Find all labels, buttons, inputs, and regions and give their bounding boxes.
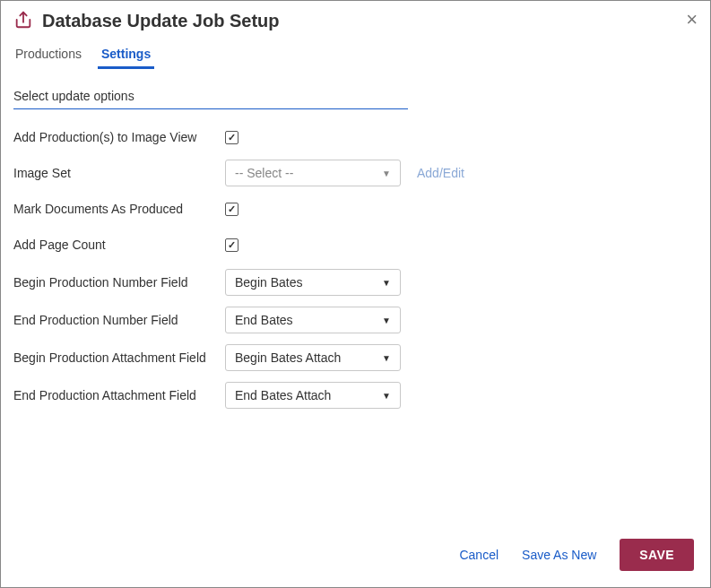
select-end-prod-number-value: End Bates [235, 313, 293, 327]
select-end-prod-attach[interactable]: End Bates Attach ▼ [225, 382, 401, 409]
tab-productions[interactable]: Productions [13, 41, 83, 68]
select-image-set-value: -- Select -- [235, 166, 293, 180]
label-add-production-image-view: Add Production(s) to Image View [13, 130, 225, 144]
dialog-footer: Cancel Save As New SAVE [1, 526, 710, 587]
chevron-down-icon: ▼ [382, 391, 391, 401]
tabs: Productions Settings [1, 41, 710, 69]
section-title: Select update options [13, 89, 408, 109]
label-mark-docs-produced: Mark Documents As Produced [13, 202, 225, 216]
checkbox-mark-docs-produced[interactable] [225, 203, 238, 216]
chevron-down-icon: ▼ [382, 278, 391, 288]
row-begin-prod-attach: Begin Production Attachment Field Begin … [13, 342, 698, 373]
label-begin-prod-number: Begin Production Number Field [13, 275, 225, 290]
row-mark-docs-produced: Mark Documents As Produced [13, 194, 698, 224]
label-image-set: Image Set [13, 166, 225, 180]
label-begin-prod-attach: Begin Production Attachment Field [13, 350, 225, 365]
row-add-production-image-view: Add Production(s) to Image View [13, 122, 698, 152]
chevron-down-icon: ▼ [382, 169, 391, 178]
select-image-set[interactable]: -- Select -- ▼ [225, 160, 401, 186]
select-begin-prod-attach-value: Begin Bates Attach [235, 350, 341, 365]
select-begin-prod-attach[interactable]: Begin Bates Attach ▼ [225, 344, 401, 371]
dialog-body: Select update options Add Production(s) … [1, 69, 710, 526]
checkbox-add-page-count[interactable] [225, 238, 238, 252]
label-add-page-count: Add Page Count [13, 238, 225, 252]
row-image-set: Image Set -- Select -- ▼ Add/Edit [13, 158, 698, 188]
cancel-button[interactable]: Cancel [459, 548, 499, 562]
add-edit-link[interactable]: Add/Edit [417, 166, 464, 180]
row-end-prod-number: End Production Number Field End Bates ▼ [13, 305, 698, 335]
dialog: Database Update Job Setup × Productions … [0, 0, 711, 588]
label-end-prod-attach: End Production Attachment Field [13, 388, 225, 402]
chevron-down-icon: ▼ [382, 316, 391, 325]
row-add-page-count: Add Page Count [13, 229, 698, 260]
checkbox-add-production-image-view[interactable] [225, 131, 238, 144]
share-icon [13, 10, 33, 32]
close-icon[interactable]: × [686, 10, 698, 30]
row-end-prod-attach: End Production Attachment Field End Bate… [13, 380, 698, 411]
row-begin-prod-number: Begin Production Number Field Begin Bate… [13, 267, 698, 298]
save-as-new-button[interactable]: Save As New [522, 548, 596, 562]
chevron-down-icon: ▼ [382, 353, 391, 363]
dialog-title: Database Update Job Setup [42, 11, 280, 31]
select-begin-prod-number-value: Begin Bates [235, 275, 303, 290]
select-end-prod-attach-value: End Bates Attach [235, 388, 331, 402]
label-end-prod-number: End Production Number Field [13, 313, 225, 327]
select-begin-prod-number[interactable]: Begin Bates ▼ [225, 269, 401, 296]
save-button[interactable]: SAVE [620, 539, 694, 571]
dialog-header: Database Update Job Setup × [1, 1, 710, 38]
tab-settings[interactable]: Settings [100, 41, 152, 68]
select-end-prod-number[interactable]: End Bates ▼ [225, 307, 401, 333]
